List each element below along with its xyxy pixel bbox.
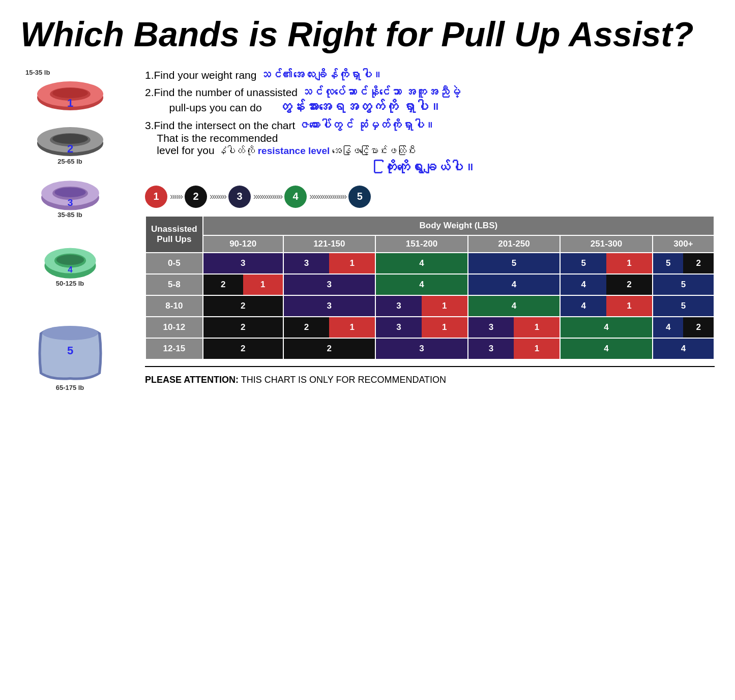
instruction-3-burmese-1: ဇယားပေါ်တွင် ဆုံမှတ်ကိုရှာပါ။ xyxy=(298,119,435,132)
page-title: Which Bands is Right for Pull Up Assist? xyxy=(20,15,715,53)
band-5-range: 65-175 lb xyxy=(56,384,84,391)
svg-text:1: 1 xyxy=(67,97,73,109)
instruction-1: 1.Find your weight rang သင်၏အလေးချိန်ကို… xyxy=(145,69,715,82)
range-251-300: 251-300 xyxy=(560,235,653,253)
cell-0-5-251-300: 5 1 xyxy=(560,253,653,274)
svg-point-18 xyxy=(56,255,83,265)
cell-10-12-201-250: 3 1 xyxy=(468,317,561,338)
instructions-section: 1.Find your weight rang သင်၏အလေးချိန်ကို… xyxy=(145,69,715,175)
step-4-circle: 4 xyxy=(284,186,307,208)
bands-column: 15-35 lb 1 2 25-65 lb xyxy=(20,69,120,402)
pullups-5-8: 5-8 xyxy=(145,274,203,295)
band-5-entry: 5 65-175 lb xyxy=(20,323,120,391)
step-5-circle: 5 xyxy=(348,186,371,208)
band-3-range: 35-85 lb xyxy=(57,211,82,219)
range-151-200: 151-200 xyxy=(375,235,468,253)
steps-row: 1 »»» 2 »»»» 3 »»»»»»» 4 »»»»»»»»» 5 xyxy=(145,186,715,208)
cell-8-10-251-300: 4 1 xyxy=(560,295,653,317)
cell-0-5-151-200: 4 xyxy=(375,253,468,274)
cell-10-12-300plus: 4 2 xyxy=(653,317,714,338)
instruction-3: 3.Find the intersect on the chart ဇယားပေ… xyxy=(145,119,715,157)
cell-12-15-251-300: 4 xyxy=(560,338,653,359)
cell-12-15-151-200: 3 xyxy=(375,338,468,359)
arrows-4: »»»»»»»»» xyxy=(309,191,346,202)
instruction-2-english-2: pull-ups you can do xyxy=(160,102,277,113)
cell-0-5-300plus: 5 2 xyxy=(653,253,714,274)
cell-5-8-151-200: 4 xyxy=(375,274,468,295)
instruction-3-english-3: level for you xyxy=(145,144,217,156)
cell-5-8-90-120: 2 1 xyxy=(203,274,283,295)
instruction-2: 2.Find the number of unassisted သင်လုပ်ဆ… xyxy=(145,86,715,115)
table-row: 8-10 2 3 3 1 4 4 1 xyxy=(145,295,714,317)
pullups-8-10: 8-10 xyxy=(145,295,203,317)
cell-5-8-201-250: 4 xyxy=(468,274,561,295)
instruction-3-last-line: ကြိုးကိုရွေးချယ်ပါ။ xyxy=(145,160,715,175)
instruction-3-burmese-2: နံပါတ်ကို xyxy=(217,145,257,156)
cell-10-12-151-200: 3 1 xyxy=(375,317,468,338)
cell-5-8-121-150: 3 xyxy=(283,274,376,295)
cell-0-5-201-250: 5 xyxy=(468,253,561,274)
arrows-1: »»» xyxy=(170,191,182,202)
table-row: 10-12 2 2 1 3 1 xyxy=(145,317,714,338)
cell-12-15-201-250: 3 1 xyxy=(468,338,561,359)
cell-8-10-300plus: 5 xyxy=(653,295,714,317)
right-content: 1.Find your weight rang သင်၏အလေးချိန်ကို… xyxy=(135,69,715,402)
cell-12-15-90-120: 2 xyxy=(203,338,283,359)
recommendation-chart: UnassistedPull Ups Body Weight (LBS) 90-… xyxy=(145,216,715,360)
step-3-circle: 3 xyxy=(228,186,251,208)
cell-10-12-251-300: 4 xyxy=(560,317,653,338)
range-90-120: 90-120 xyxy=(203,235,283,253)
range-300plus: 300+ xyxy=(653,235,714,253)
attention-text: PLEASE ATTENTION: THIS CHART IS ONLY FOR… xyxy=(145,375,715,385)
pullups-10-12: 10-12 xyxy=(145,317,203,338)
cell-8-10-90-120: 2 xyxy=(203,295,283,317)
attention-body: THIS CHART IS ONLY FOR RECOMMENDATION xyxy=(239,375,446,385)
range-201-250: 201-250 xyxy=(468,235,561,253)
band-1-svg: 1 xyxy=(35,76,106,112)
range-121-150: 121-150 xyxy=(283,235,376,253)
pullups-0-5: 0-5 xyxy=(145,253,203,274)
cell-8-10-201-250: 4 xyxy=(468,295,561,317)
instruction-3-burmese-3: resistance level xyxy=(258,145,330,156)
band-3-entry: 3 35-85 lb xyxy=(20,175,120,219)
band-5-svg: 5 xyxy=(35,323,106,384)
attention-bold: PLEASE ATTENTION: xyxy=(145,375,239,385)
pullups-12-15: 12-15 xyxy=(145,338,203,359)
svg-point-13 xyxy=(54,187,85,197)
cell-12-15-300plus: 4 xyxy=(653,338,714,359)
band-3-svg: 3 xyxy=(35,175,106,211)
arrows-3: »»»»»»» xyxy=(253,191,282,202)
cell-10-12-121-150: 2 1 xyxy=(283,317,376,338)
table-row: 5-8 2 1 3 4 4 4 2 xyxy=(145,274,714,295)
band-2-svg: 2 xyxy=(35,122,106,158)
band-4-entry: 4 50-125 lb xyxy=(20,244,120,287)
band-1-entry: 15-35 lb 1 xyxy=(20,69,120,112)
step-2-circle: 2 xyxy=(185,186,207,208)
instruction-3-english-2: That is the recommended xyxy=(145,132,278,144)
col-header-pullups: UnassistedPull Ups xyxy=(145,216,203,253)
band-4-svg: 4 xyxy=(35,244,106,280)
cell-10-12-90-120: 2 xyxy=(203,317,283,338)
arrows-2: »»»» xyxy=(210,191,226,202)
band-2-entry: 2 25-65 lb xyxy=(20,122,120,165)
cell-0-5-121-150: 3 1 xyxy=(283,253,376,274)
cell-5-8-300plus: 5 xyxy=(653,274,714,295)
step-1-circle: 1 xyxy=(145,186,167,208)
band-4-range: 50-125 lb xyxy=(56,280,84,287)
instruction-3-burmese-4: အနေဖြင့်ပြောင်းဖတ်ပြီး xyxy=(332,145,416,156)
instruction-2-english: 2.Find the number of unassisted xyxy=(145,86,301,98)
instruction-3-burmese-5: ကြိုးကိုရွေးချယ်ပါ။ xyxy=(384,160,477,175)
cell-0-5-90-120: 3 xyxy=(203,253,283,274)
table-row: 12-15 2 2 3 3 1 4 4 xyxy=(145,338,714,359)
instruction-3-english: 3.Find the intersect on the chart xyxy=(145,119,295,131)
svg-point-20 xyxy=(42,326,98,340)
svg-text:5: 5 xyxy=(67,344,73,357)
cell-5-8-251-300: 4 2 xyxy=(560,274,653,295)
cell-8-10-151-200: 3 1 xyxy=(375,295,468,317)
instruction-1-english: 1.Find your weight rang xyxy=(145,69,259,81)
instruction-2-burmese-1: သင်လုပ်ဆောင်နိုင်သော အကူအညီမဲ့ xyxy=(301,86,460,99)
table-row: 0-5 3 3 1 4 5 5 1 xyxy=(145,253,714,274)
col-header-bodyweight: Body Weight (LBS) xyxy=(203,216,714,235)
cell-8-10-121-150: 3 xyxy=(283,295,376,317)
band-1-range: 15-35 lb xyxy=(25,69,50,76)
